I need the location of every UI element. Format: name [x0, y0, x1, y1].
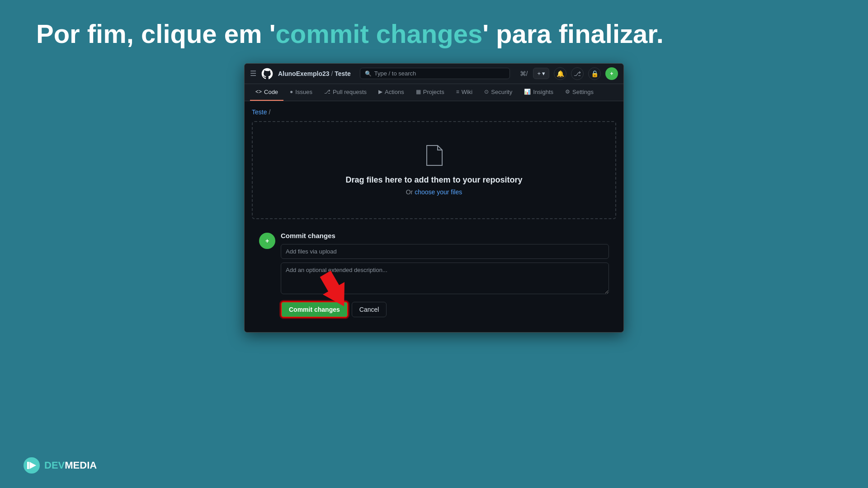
tab-pull-requests[interactable]: ⎇ Pull requests	[319, 84, 372, 101]
media-text: MEDIA	[65, 460, 97, 471]
devmedia-icon	[23, 456, 41, 474]
tab-projects[interactable]: ▦ Projects	[410, 84, 450, 101]
commit-section: + Commit changes Commit changes Cancel	[252, 226, 616, 325]
fork-icon[interactable]: ⎇	[571, 67, 584, 80]
user-avatar[interactable]: +	[605, 67, 618, 80]
plus-dropdown-icon: ▾	[542, 70, 545, 77]
github-window: ☰ AlunoExemplo23 / Teste 🔍 Type / to sea…	[244, 63, 624, 333]
plus-icon: +	[537, 70, 541, 77]
file-icon	[425, 145, 443, 170]
pr-icon: ⎇	[324, 89, 330, 95]
tab-projects-label: Projects	[423, 89, 444, 95]
tab-security-label: Security	[491, 89, 512, 95]
devmedia-wordmark: DEVMEDIA	[44, 460, 97, 471]
hamburger-icon[interactable]: ☰	[250, 69, 256, 78]
insights-icon: 📊	[524, 89, 531, 95]
svg-rect-3	[27, 462, 29, 469]
tab-issues-label: Issues	[295, 89, 312, 95]
repo-name-header[interactable]: Teste	[335, 70, 351, 77]
commit-actions: Commit changes Cancel	[281, 301, 609, 318]
tab-code-label: Code	[264, 89, 278, 95]
dev-text: DEV	[44, 460, 65, 471]
commit-description-textarea[interactable]	[281, 263, 609, 294]
tab-insights-label: Insights	[533, 89, 553, 95]
repo-owner[interactable]: AlunoExemplo23	[278, 70, 330, 77]
issues-icon: ●	[290, 89, 293, 95]
breadcrumb-nav: AlunoExemplo23 / Teste	[278, 70, 351, 77]
drop-zone-main-text: Drag files here to add them to your repo…	[345, 175, 522, 185]
commit-form: Commit changes Commit changes Cancel	[281, 232, 609, 318]
cancel-button[interactable]: Cancel	[352, 302, 387, 317]
terminal-icon[interactable]: ⌘/	[520, 70, 528, 77]
tab-actions[interactable]: ▶ Actions	[373, 84, 410, 101]
drop-zone[interactable]: Drag files here to add them to your repo…	[252, 121, 616, 219]
nav-tabs: <> Code ● Issues ⎇ Pull requests ▶ Actio…	[245, 84, 623, 101]
tab-settings[interactable]: ⚙ Settings	[560, 84, 599, 101]
settings-icon: ⚙	[565, 89, 570, 95]
notifications-icon[interactable]: 🔔	[554, 67, 566, 80]
commit-avatar: +	[259, 233, 275, 249]
commit-message-input[interactable]	[281, 244, 609, 259]
tab-actions-label: Actions	[385, 89, 404, 95]
content-area: ☰ AlunoExemplo23 / Teste 🔍 Type / to sea…	[0, 63, 868, 333]
lock-icon[interactable]: 🔒	[588, 67, 601, 80]
commit-changes-button[interactable]: Commit changes	[281, 301, 348, 318]
heading-prefix: Por fim, clique em '	[36, 19, 275, 48]
breadcrumb-path-sep: /	[269, 108, 270, 116]
tab-issues[interactable]: ● Issues	[284, 84, 318, 101]
window-titlebar: ☰ AlunoExemplo23 / Teste 🔍 Type / to sea…	[245, 64, 623, 84]
page-heading: Por fim, clique em 'commit changes' para…	[0, 0, 868, 63]
search-icon: 🔍	[365, 70, 372, 77]
tab-security[interactable]: ⊙ Security	[479, 84, 518, 101]
heading-suffix: ' para finalizar.	[482, 19, 664, 48]
commit-section-title: Commit changes	[281, 232, 609, 239]
devmedia-logo: DEVMEDIA	[23, 456, 97, 474]
projects-icon: ▦	[416, 89, 421, 95]
github-logo	[261, 67, 274, 80]
tab-wiki[interactable]: ≡ Wiki	[451, 84, 478, 101]
tab-code[interactable]: <> Code	[250, 84, 283, 101]
search-bar[interactable]: 🔍 Type / to search	[360, 68, 510, 79]
heading-highlight: commit changes	[275, 19, 482, 48]
drop-zone-or-text: Or choose your files	[406, 188, 462, 196]
tab-settings-label: Settings	[572, 89, 594, 95]
repo-content: Teste / Drag files here to add them to y…	[245, 101, 623, 332]
new-item-button[interactable]: + ▾	[533, 68, 549, 79]
tab-insights[interactable]: 📊 Insights	[519, 84, 559, 101]
choose-files-link[interactable]: choose your files	[415, 188, 462, 196]
code-icon: <>	[255, 89, 262, 95]
search-placeholder-text: Type / to search	[374, 70, 416, 77]
tab-wiki-label: Wiki	[462, 89, 473, 95]
breadcrumb-repo[interactable]: Teste	[252, 108, 267, 116]
tab-pr-label: Pull requests	[333, 89, 367, 95]
breadcrumb: Teste /	[252, 108, 616, 116]
actions-icon: ▶	[378, 89, 382, 95]
security-icon: ⊙	[484, 89, 489, 95]
wiki-icon: ≡	[456, 89, 459, 95]
